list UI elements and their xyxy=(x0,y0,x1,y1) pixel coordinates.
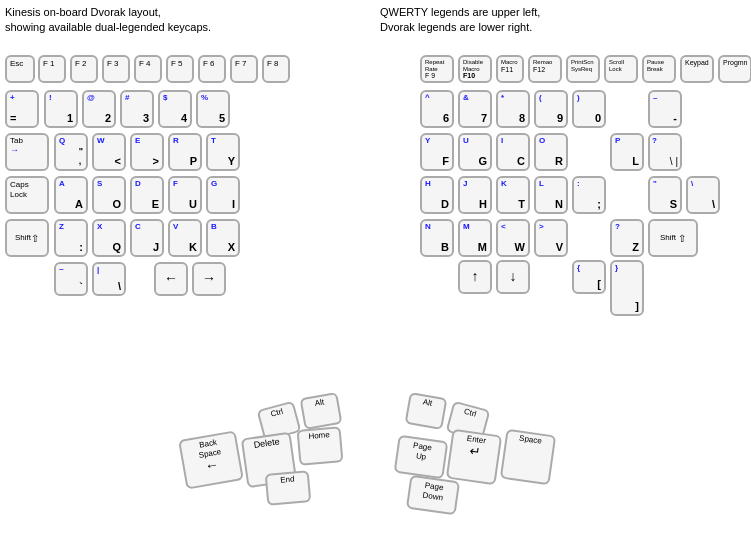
key-q[interactable]: Q ", xyxy=(54,133,88,171)
key-up-arrow[interactable]: ↑ xyxy=(458,260,492,294)
key-pipe[interactable]: | \ xyxy=(92,262,126,296)
description-left: Kinesis on-board Dvorak layout, showing … xyxy=(5,5,211,36)
key-9[interactable]: ( 9 xyxy=(534,90,568,128)
key-j[interactable]: J H xyxy=(458,176,492,214)
key-1[interactable]: ! 1 xyxy=(44,90,78,128)
key-keypad[interactable]: Keypad xyxy=(680,55,714,83)
key-esc[interactable]: Esc xyxy=(5,55,35,83)
key-alt-right[interactable]: Alt xyxy=(405,392,448,430)
key-plus-equals[interactable]: + = xyxy=(5,90,39,128)
key-d[interactable]: D E xyxy=(130,176,164,214)
key-enter[interactable]: Enter ↵ xyxy=(446,429,502,485)
key-backslash[interactable]: \ \ xyxy=(686,176,720,214)
key-m[interactable]: M M xyxy=(458,219,492,257)
key-r[interactable]: R P xyxy=(168,133,202,171)
key-4[interactable]: $ 4 xyxy=(158,90,192,128)
key-z-right[interactable]: ? Z xyxy=(610,219,644,257)
key-right-arrow[interactable]: → xyxy=(192,262,226,296)
key-backspace[interactable]: BackSpace ← xyxy=(178,430,244,489)
key-8[interactable]: * 8 xyxy=(496,90,530,128)
key-e[interactable]: E > xyxy=(130,133,164,171)
key-f6[interactable]: F 6 xyxy=(198,55,226,83)
key-i[interactable]: I C xyxy=(496,133,530,171)
key-t[interactable]: T Y xyxy=(206,133,240,171)
key-left-arrow[interactable]: ← xyxy=(154,262,188,296)
key-page-up[interactable]: PageUp xyxy=(394,435,449,480)
key-7[interactable]: & 7 xyxy=(458,90,492,128)
key-tilde[interactable]: ~ ` xyxy=(54,262,88,296)
key-semicolon[interactable]: : ; xyxy=(572,176,606,214)
key-g[interactable]: G I xyxy=(206,176,240,214)
key-b[interactable]: B X xyxy=(206,219,240,257)
key-6[interactable]: ^ 6 xyxy=(420,90,454,128)
key-2[interactable]: @ 2 xyxy=(82,90,116,128)
key-printscreen[interactable]: PrintScnSysReq xyxy=(566,55,600,83)
key-w[interactable]: W < xyxy=(92,133,126,171)
key-minus[interactable]: – - xyxy=(648,90,682,128)
key-shift-left[interactable]: Shift ⇧ xyxy=(5,219,49,257)
key-k[interactable]: K T xyxy=(496,176,530,214)
key-tab[interactable]: Tab → xyxy=(5,133,49,171)
key-p[interactable]: P L xyxy=(610,133,644,171)
key-3[interactable]: # 3 xyxy=(120,90,154,128)
key-capslock[interactable]: CapsLock xyxy=(5,176,49,214)
key-f2[interactable]: F 2 xyxy=(70,55,98,83)
key-pause-break[interactable]: PauseBreak xyxy=(642,55,676,83)
description-right: QWERTY legends are upper left, Dvorak le… xyxy=(380,5,540,36)
key-disable-macro[interactable]: DisableMacro F10 xyxy=(458,55,492,83)
key-page-down[interactable]: PageDown xyxy=(406,475,460,516)
key-l[interactable]: L N xyxy=(534,176,568,214)
key-u[interactable]: U G xyxy=(458,133,492,171)
key-scroll-lock[interactable]: ScrollLock xyxy=(604,55,638,83)
key-f[interactable]: F U xyxy=(168,176,202,214)
key-f3[interactable]: F 3 xyxy=(102,55,130,83)
key-home[interactable]: Home xyxy=(297,426,344,466)
key-progmn[interactable]: Progmn xyxy=(718,55,751,83)
key-close-bracket[interactable]: } ] xyxy=(610,260,644,316)
key-quote[interactable]: " S xyxy=(648,176,682,214)
key-c[interactable]: C J xyxy=(130,219,164,257)
key-n[interactable]: N B xyxy=(420,219,454,257)
key-s[interactable]: S O xyxy=(92,176,126,214)
key-macro[interactable]: Macro F11 xyxy=(496,55,524,83)
key-y[interactable]: Y F xyxy=(420,133,454,171)
key-f4[interactable]: F 4 xyxy=(134,55,162,83)
key-alt-left[interactable]: Alt xyxy=(300,392,343,430)
key-f1[interactable]: F 1 xyxy=(38,55,66,83)
key-open-bracket[interactable]: { [ xyxy=(572,260,606,294)
key-space[interactable]: Space xyxy=(500,429,556,485)
key-down-arrow[interactable]: ↓ xyxy=(496,260,530,294)
key-0[interactable]: ) 0 xyxy=(572,90,606,128)
page-container: Kinesis on-board Dvorak layout, showing … xyxy=(0,0,751,553)
key-x[interactable]: X Q xyxy=(92,219,126,257)
key-shift-right[interactable]: Shift ⇧ xyxy=(648,219,698,257)
key-f5[interactable]: F 5 xyxy=(166,55,194,83)
key-repeat-rate[interactable]: RepeatRate F 9 xyxy=(420,55,454,83)
key-h[interactable]: H D xyxy=(420,176,454,214)
key-f8[interactable]: F 8 xyxy=(262,55,290,83)
key-5[interactable]: % 5 xyxy=(196,90,230,128)
key-v[interactable]: V K xyxy=(168,219,202,257)
key-slash[interactable]: ? \ | xyxy=(648,133,682,171)
key-remap[interactable]: Remao F12 xyxy=(528,55,562,83)
key-o[interactable]: O R xyxy=(534,133,568,171)
key-f7[interactable]: F 7 xyxy=(230,55,258,83)
key-period[interactable]: > V xyxy=(534,219,568,257)
key-a[interactable]: A A xyxy=(54,176,88,214)
key-z[interactable]: Z : xyxy=(54,219,88,257)
key-end[interactable]: End xyxy=(265,470,312,506)
key-comma[interactable]: < W xyxy=(496,219,530,257)
